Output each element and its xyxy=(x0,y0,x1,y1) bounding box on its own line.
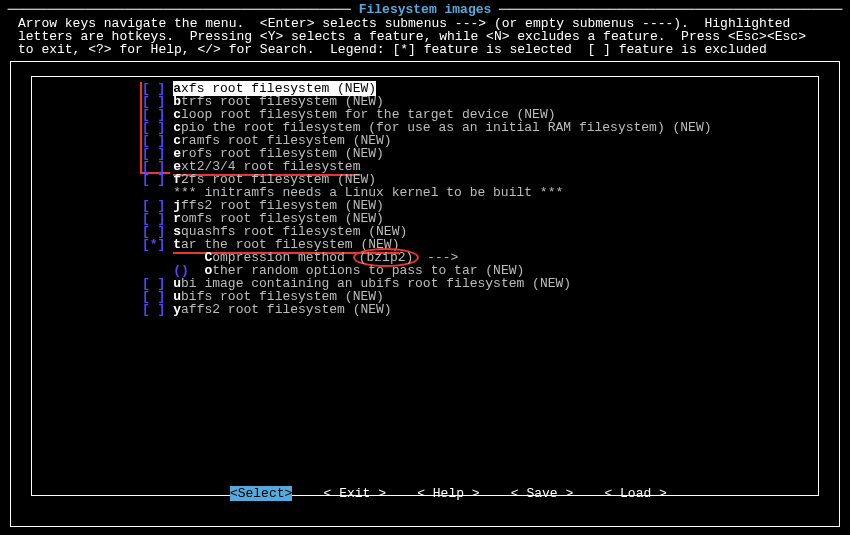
exit-button[interactable]: < Exit > xyxy=(324,486,386,501)
help-button[interactable]: < Help > xyxy=(417,486,479,501)
menu-list[interactable]: [ ] axfs root filesystem (NEW)[ ] btrfs … xyxy=(142,82,712,316)
rule-left: ────────────────────────────────────────… xyxy=(8,2,359,17)
help-text: Arrow keys navigate the menu. <Enter> se… xyxy=(18,17,832,56)
save-button[interactable]: < Save > xyxy=(511,486,573,501)
window-title-bar: ────────────────────────────────────────… xyxy=(0,3,850,16)
select-button[interactable]: <Select> xyxy=(230,486,292,501)
window-title: Filesystem images xyxy=(359,3,492,16)
load-button[interactable]: < Load > xyxy=(604,486,666,501)
menu-item[interactable]: [ ] yaffs2 root filesystem (NEW) xyxy=(142,303,712,316)
rule-right: ────────────────────────────────────────… xyxy=(491,2,842,17)
button-bar: <Select> < Exit > < Help > < Save > < Lo… xyxy=(11,474,839,513)
screen: ────────────────────────────────────────… xyxy=(0,0,850,535)
